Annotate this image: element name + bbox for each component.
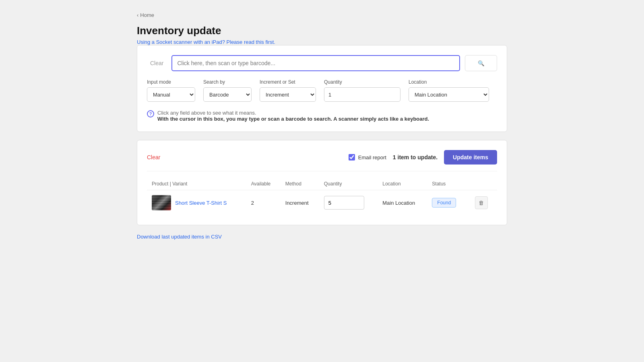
col-location: Location <box>378 178 427 190</box>
col-product: Product | Variant <box>147 178 246 190</box>
back-chevron-icon: ‹ <box>137 12 138 18</box>
table-head: Product | Variant Available Method Quant… <box>147 178 497 190</box>
items-table: Product | Variant Available Method Quant… <box>147 178 497 215</box>
col-actions <box>467 178 497 190</box>
quantity-label: Quantity <box>324 79 400 85</box>
help-icon[interactable]: ? <box>147 110 154 117</box>
email-report-checkbox[interactable] <box>349 154 355 160</box>
results-card: Clear Email report 1 item to update. Upd… <box>137 140 507 225</box>
help-description-strong: With the cursor in this box, you may typ… <box>157 116 429 122</box>
col-quantity: Quantity <box>319 178 378 190</box>
page-subtitle[interactable]: Using a Socket scanner with an iPad? Ple… <box>137 39 275 45</box>
quantity-input[interactable]: 1 <box>324 87 400 102</box>
input-mode-select[interactable]: Manual Auto <box>147 87 195 102</box>
increment-or-set-select[interactable]: Increment Set <box>260 87 316 102</box>
found-badge: Found <box>432 198 456 208</box>
email-report-label[interactable]: Email report <box>349 154 386 160</box>
search-by-select[interactable]: Barcode SKU Title <box>203 87 252 102</box>
barcode-input[interactable] <box>171 55 460 71</box>
items-count: 1 item to update. <box>393 154 438 160</box>
cell-product: Short Sleeve T-Shirt S <box>147 190 246 216</box>
cell-location: Main Location <box>378 190 427 216</box>
table-row: Short Sleeve T-Shirt S 2 Increment 5 Mai… <box>147 190 497 216</box>
table-header-row: Product | Variant Available Method Quant… <box>147 178 497 190</box>
col-status: Status <box>427 178 467 190</box>
clear-button-top[interactable]: Clear <box>147 58 167 68</box>
product-cell: Short Sleeve T-Shirt S <box>152 195 242 210</box>
search-icon: 🔍 <box>478 60 485 66</box>
col-method: Method <box>281 178 319 190</box>
row-quantity-input[interactable]: 5 <box>324 196 364 210</box>
clear-results-button[interactable]: Clear <box>147 154 160 160</box>
quantity-field: Quantity 1 <box>324 79 400 102</box>
help-hint: Click any field above to see what it mea… <box>157 110 429 116</box>
input-mode-field: Input mode Manual Auto <box>147 79 195 102</box>
scan-row: Clear 🔍 <box>147 55 497 71</box>
location-field: Location Main Location <box>409 79 489 102</box>
table-body: Short Sleeve T-Shirt S 2 Increment 5 Mai… <box>147 190 497 216</box>
page-title: Inventory update <box>137 25 507 37</box>
back-link-label: Home <box>140 12 154 18</box>
search-button[interactable]: 🔍 <box>465 55 497 71</box>
cell-delete: 🗑 <box>467 190 497 216</box>
update-items-button[interactable]: Update items <box>444 150 497 165</box>
product-link[interactable]: Short Sleeve T-Shirt S <box>175 200 227 206</box>
input-mode-label: Input mode <box>147 79 195 85</box>
help-description: With the cursor in this box, you may typ… <box>157 116 429 122</box>
email-report-text: Email report <box>358 154 386 160</box>
product-thumb-stripes <box>152 195 171 210</box>
cell-quantity: 5 <box>319 190 378 216</box>
location-label: Location <box>409 79 489 85</box>
cell-available: 2 <box>246 190 281 216</box>
delete-row-button[interactable]: 🗑 <box>475 196 488 209</box>
help-text: Click any field above to see what it mea… <box>157 110 429 122</box>
action-row: Clear Email report 1 item to update. Upd… <box>147 150 497 171</box>
col-available: Available <box>246 178 281 190</box>
trash-icon: 🗑 <box>479 200 484 206</box>
increment-or-set-field: Increment or Set Increment Set <box>260 79 316 102</box>
product-thumbnail <box>152 195 171 210</box>
increment-or-set-label: Increment or Set <box>260 79 316 85</box>
status-actions: Found <box>432 198 462 208</box>
back-link[interactable]: ‹ Home <box>137 12 507 18</box>
search-by-label: Search by <box>203 79 252 85</box>
fields-row: Input mode Manual Auto Search by Barcode… <box>147 79 497 102</box>
cell-method: Increment <box>281 190 319 216</box>
help-section: ? Click any field above to see what it m… <box>147 110 497 122</box>
cell-status: Found <box>427 190 467 216</box>
csv-download-link[interactable]: Download last updated items in CSV <box>137 234 222 240</box>
scan-card: Clear 🔍 Input mode Manual Auto Search by… <box>137 45 507 132</box>
location-select[interactable]: Main Location <box>409 87 489 102</box>
search-by-field: Search by Barcode SKU Title <box>203 79 252 102</box>
